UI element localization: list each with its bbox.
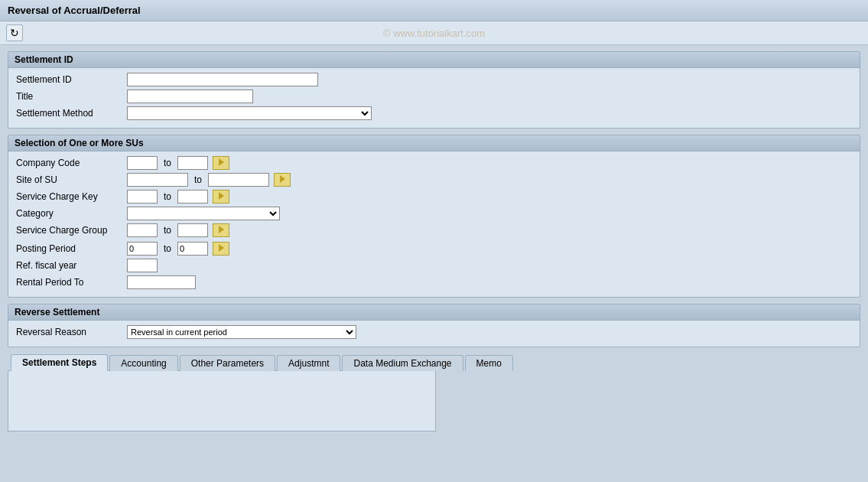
reversal-reason-select[interactable]: Reversal in current period Reversal in p… [127,325,356,339]
service-charge-key-range-btn[interactable] [213,190,229,204]
settlement-id-row: Settlement ID [16,73,852,86]
tab-data-medium-exchange[interactable]: Data Medium Exchange [342,355,463,371]
back-icon: ↻ [10,27,19,39]
service-charge-group-label: Service Charge Group [16,225,127,236]
service-charge-key-from-input[interactable] [127,190,158,204]
tab-data-medium-exchange-label: Data Medium Exchange [353,358,451,369]
tab-settlement-steps[interactable]: Settlement Steps [11,354,108,371]
title-row: Title [16,90,852,103]
service-charge-key-arrow-icon [219,192,224,201]
rental-period-to-row: Rental Period To [16,275,852,289]
reverse-settlement-section-title: Reverse Settlement [8,305,860,321]
company-code-to-input[interactable] [177,156,208,170]
settlement-id-input[interactable] [127,73,318,86]
settlement-id-body: Settlement ID Title Settlement Method [8,68,860,128]
rental-period-to-input[interactable] [127,275,196,289]
tab-content [8,370,436,432]
category-select[interactable] [127,207,280,220]
settlement-method-label: Settlement Method [16,108,127,119]
settlement-method-row: Settlement Method [16,106,852,120]
company-code-arrow-icon [219,158,224,168]
title-input[interactable] [127,90,253,103]
reversal-reason-label: Reversal Reason [16,327,127,337]
reverse-settlement-body: Reversal Reason Reversal in current peri… [8,321,860,347]
settlement-id-label: Settlement ID [16,74,127,85]
site-of-su-range-btn[interactable] [274,173,291,187]
posting-period-from-input[interactable] [127,242,158,256]
posting-period-to-label: to [164,243,171,254]
service-charge-key-label: Service Charge Key [16,191,127,202]
tab-bar: Settlement Steps Accounting Other Parame… [8,353,860,370]
watermark: © www.tutorialkart.com [383,28,485,39]
posting-period-to-input[interactable] [177,242,208,256]
company-code-from-input[interactable] [127,156,158,170]
posting-period-row: Posting Period to [16,242,852,256]
rental-period-to-label: Rental Period To [16,277,127,288]
site-of-su-to-label: to [194,174,202,185]
tab-accounting-label: Accounting [121,358,166,369]
tab-settlement-steps-label: Settlement Steps [22,357,96,368]
reversal-reason-row: Reversal Reason Reversal in current peri… [16,325,852,339]
posting-period-range-btn[interactable] [213,242,229,256]
service-charge-key-to-input[interactable] [177,190,208,204]
service-charge-group-row: Service Charge Group to [16,223,852,237]
toolbar: ↻ © www.tutorialkart.com [0,21,868,45]
category-label: Category [16,208,127,219]
service-charge-group-to-input[interactable] [177,223,208,237]
title-label: Title [16,91,127,102]
back-button[interactable]: ↻ [6,24,23,41]
tab-adjustmnt-label: Adjustmnt [288,358,329,369]
service-charge-key-to-label: to [164,191,171,202]
tab-memo-label: Memo [476,358,502,369]
title-bar: Reversal of Accrual/Deferral [0,0,868,21]
ref-fiscal-year-row: Ref. fiscal year [16,259,852,272]
company-code-label: Company Code [16,158,127,168]
service-charge-group-range-btn[interactable] [213,223,229,237]
selection-section-title: Selection of One or More SUs [8,135,860,151]
tab-other-parameters-label: Other Parameters [191,358,264,369]
ref-fiscal-year-label: Ref. fiscal year [16,260,127,271]
tab-memo[interactable]: Memo [465,355,513,371]
company-code-range-btn[interactable] [213,156,229,170]
site-of-su-arrow-icon [280,175,285,184]
selection-body: Company Code to Site of SU to Service Ch… [8,151,860,297]
page-title: Reversal of Accrual/Deferral [8,5,141,16]
service-charge-group-from-input[interactable] [127,223,158,237]
company-code-row: Company Code to [16,156,852,170]
settlement-method-select[interactable] [127,106,372,120]
service-charge-group-arrow-icon [219,226,224,235]
service-charge-group-to-label: to [164,225,171,236]
category-row: Category [16,207,852,220]
ref-fiscal-year-input[interactable] [127,259,158,272]
main-content: Settlement ID Settlement ID Title Settle… [0,45,868,474]
site-of-su-to-input[interactable] [208,173,269,187]
settlement-id-section-title: Settlement ID [8,52,860,68]
service-charge-key-row: Service Charge Key to [16,190,852,204]
posting-period-label: Posting Period [16,243,127,254]
posting-period-arrow-icon [219,244,224,253]
tab-other-parameters[interactable]: Other Parameters [180,355,275,371]
reverse-settlement-section: Reverse Settlement Reversal Reason Rever… [8,304,860,347]
site-of-su-row: Site of SU to [16,173,852,187]
tab-accounting[interactable]: Accounting [109,355,177,371]
site-of-su-from-input[interactable] [127,173,188,187]
selection-section: Selection of One or More SUs Company Cod… [8,135,860,298]
company-code-to-label: to [164,158,171,168]
site-of-su-label: Site of SU [16,174,127,185]
settlement-id-section: Settlement ID Settlement ID Title Settle… [8,51,860,129]
tab-adjustmnt[interactable]: Adjustmnt [277,355,340,371]
